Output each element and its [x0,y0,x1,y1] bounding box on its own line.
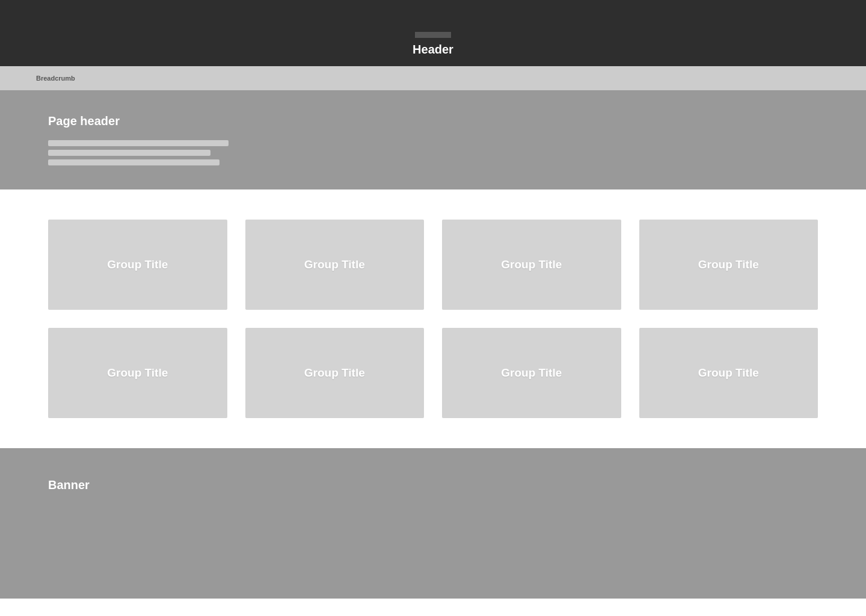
group-card-1-2[interactable]: Group Title [245,220,425,310]
group-card-title-2-3: Group Title [501,366,562,380]
group-card-2-3[interactable]: Group Title [442,328,621,418]
grid-row-1: Group Title Group Title Group Title Grou… [48,220,818,310]
group-card-1-1[interactable]: Group Title [48,220,227,310]
page-header-line-3 [48,159,220,165]
page-header-line-1 [48,140,229,146]
breadcrumb-bar: Breadcrumb [0,66,866,90]
page-header-section: Page header [0,90,866,189]
page-header-lines [48,140,818,165]
group-card-1-3[interactable]: Group Title [442,220,621,310]
group-card-2-4[interactable]: Group Title [639,328,818,418]
group-card-title-1-1: Group Title [107,258,168,271]
page-header-line-2 [48,150,210,156]
group-card-title-1-4: Group Title [698,258,759,271]
site-header: Header [0,0,866,66]
breadcrumb[interactable]: Breadcrumb [36,75,75,82]
site-logo [415,32,451,38]
group-card-title-2-2: Group Title [304,366,365,380]
site-header-title: Header [413,43,453,57]
group-card-title-2-1: Group Title [107,366,168,380]
page-header-title: Page header [48,114,818,128]
grid-container: Group Title Group Title Group Title Grou… [48,220,818,418]
banner-section: Banner [0,448,866,599]
banner-title: Banner [48,478,818,492]
group-card-2-1[interactable]: Group Title [48,328,227,418]
group-card-title-1-3: Group Title [501,258,562,271]
group-card-title-1-2: Group Title [304,258,365,271]
main-content: Group Title Group Title Group Title Grou… [0,189,866,448]
group-card-2-2[interactable]: Group Title [245,328,425,418]
grid-row-2: Group Title Group Title Group Title Grou… [48,328,818,418]
group-card-1-4[interactable]: Group Title [639,220,818,310]
group-card-title-2-4: Group Title [698,366,759,380]
